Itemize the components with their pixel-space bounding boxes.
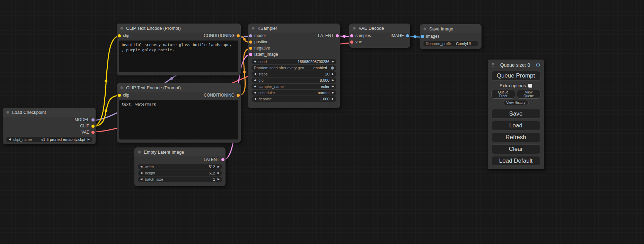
arrow-left-icon[interactable]: ◀ xyxy=(254,84,256,89)
output-port-conditioning[interactable] xyxy=(237,94,240,97)
widget-label: width xyxy=(145,165,154,169)
node-title-bar[interactable]: Empty Latent Image xyxy=(134,147,226,156)
prompt-textarea[interactable]: beautiful scenery nature glass bottle la… xyxy=(119,40,238,72)
arrow-left-icon[interactable]: ◀ xyxy=(254,78,256,83)
node-ksampler[interactable]: KSampler model LATENT positive negative xyxy=(248,24,340,108)
arrow-right-icon[interactable]: ▶ xyxy=(218,164,220,170)
arrow-left-icon[interactable]: ◀ xyxy=(140,170,142,176)
arrow-right-icon[interactable]: ▶ xyxy=(218,177,220,182)
view-history-button[interactable]: View History xyxy=(503,100,528,105)
output-label-conditioning: CONDITIONING xyxy=(204,33,235,38)
output-label-latent: LATENT xyxy=(204,157,219,162)
drag-handle-icon[interactable]: ⠿ xyxy=(491,63,495,68)
refresh-button[interactable]: Refresh xyxy=(491,133,540,142)
collapse-dot-icon[interactable] xyxy=(6,111,9,114)
input-label-images: images xyxy=(426,34,440,39)
view-queue-button[interactable]: View Queue xyxy=(517,90,540,99)
node-empty-latent-image[interactable]: Empty Latent Image LATENT ◀ width 512 ▶ … xyxy=(134,147,226,186)
widget-ckpt-name[interactable]: ◀ ckpt_name v1-5-pruned-emaonly.ckpt ▶ xyxy=(6,137,92,142)
node-title-bar[interactable]: CLIP Text Encode (Prompt) xyxy=(117,83,241,92)
input-port-model[interactable] xyxy=(249,34,252,37)
collapse-dot-icon[interactable] xyxy=(423,27,426,30)
widget-label: denoise xyxy=(258,97,272,101)
save-button[interactable]: Save xyxy=(491,109,540,119)
node-vae-decode[interactable]: VAE Decode samples IMAGE vae xyxy=(349,24,410,48)
input-port-samples[interactable] xyxy=(350,34,353,37)
node-graph-canvas[interactable]: Load Checkpoint MODEL CLIP VAE ◀ ckpt_na… xyxy=(0,0,644,244)
arrow-right-icon[interactable]: ▶ xyxy=(88,137,90,142)
node-clip-text-encode-positive[interactable]: CLIP Text Encode (Prompt) clip CONDITION… xyxy=(117,24,241,75)
widget-value: 20 xyxy=(325,72,329,76)
toggle-on-icon[interactable] xyxy=(331,66,334,70)
load-default-button[interactable]: Load Default xyxy=(491,156,540,166)
output-port-model[interactable] xyxy=(91,118,95,121)
widget-width[interactable]: ◀ width 512 ▶ xyxy=(138,164,222,170)
input-port-positive[interactable] xyxy=(249,40,252,44)
collapse-dot-icon[interactable] xyxy=(120,27,123,30)
arrow-left-icon[interactable]: ◀ xyxy=(254,59,256,64)
arrow-right-icon[interactable]: ▶ xyxy=(332,96,334,102)
widget-random-seed-toggle[interactable]: Random seed after every gen enabled xyxy=(252,65,336,71)
widget-sampler-name[interactable]: ◀ sampler_name euler ▶ xyxy=(252,84,336,89)
input-port-clip[interactable] xyxy=(118,94,121,97)
output-port-vae[interactable] xyxy=(91,131,95,134)
link-midpoint-dot xyxy=(170,77,173,80)
output-port-latent[interactable] xyxy=(221,158,224,161)
input-port-images[interactable] xyxy=(421,35,424,38)
widget-seed[interactable]: ◀ seed 156680208700286 ▶ xyxy=(252,59,336,64)
widget-height[interactable]: ◀ height 512 ▶ xyxy=(138,170,222,176)
arrow-right-icon[interactable]: ▶ xyxy=(332,78,334,83)
widget-cfg[interactable]: ◀ cfg 8.000 ▶ xyxy=(252,78,336,83)
widget-batch-size[interactable]: ◀ batch_size 1 ▶ xyxy=(138,177,222,182)
widget-value: euler xyxy=(321,84,329,89)
arrow-right-icon[interactable]: ▶ xyxy=(218,170,220,176)
output-port-conditioning[interactable] xyxy=(237,34,240,37)
node-title-bar[interactable]: CLIP Text Encode (Prompt) xyxy=(117,24,241,33)
node-load-checkpoint[interactable]: Load Checkpoint MODEL CLIP VAE ◀ ckpt_na… xyxy=(3,108,96,144)
widget-scheduler[interactable]: ◀ scheduler normal ▶ xyxy=(252,90,336,96)
arrow-right-icon[interactable]: ▶ xyxy=(332,71,334,77)
widget-label: sampler_name xyxy=(258,84,284,89)
queue-menu-panel: ⠿ Queue size: 0 ⚙ Queue Prompt Extra opt… xyxy=(488,60,544,169)
prompt-textarea[interactable]: text, watermark xyxy=(119,100,238,139)
load-button[interactable]: Load xyxy=(491,121,540,130)
arrow-right-icon[interactable]: ▶ xyxy=(332,90,334,96)
node-title-bar[interactable]: VAE Decode xyxy=(349,24,410,33)
arrow-right-icon[interactable]: ▶ xyxy=(332,59,334,64)
node-title-bar[interactable]: Save Image xyxy=(420,24,482,33)
collapse-dot-icon[interactable] xyxy=(252,27,255,30)
collapse-dot-icon[interactable] xyxy=(120,86,123,89)
arrow-left-icon[interactable]: ◀ xyxy=(140,164,142,170)
queue-front-button[interactable]: Queue Front xyxy=(491,90,515,99)
node-clip-text-encode-negative[interactable]: CLIP Text Encode (Prompt) clip CONDITION… xyxy=(117,83,241,143)
output-port-clip[interactable] xyxy=(91,125,95,128)
input-port-negative[interactable] xyxy=(249,47,252,50)
queue-prompt-button[interactable]: Queue Prompt xyxy=(491,71,540,81)
collapse-dot-icon[interactable] xyxy=(138,151,141,154)
clear-button[interactable]: Clear xyxy=(491,144,540,154)
widget-denoise[interactable]: ◀ denoise 1.000 ▶ xyxy=(252,96,336,102)
input-port-clip[interactable] xyxy=(118,34,121,37)
input-port-latent-image[interactable] xyxy=(249,53,252,56)
output-port-latent[interactable] xyxy=(336,34,339,37)
arrow-right-icon[interactable]: ▶ xyxy=(332,84,334,89)
node-save-image[interactable]: Save Image images filename_prefix ComfyU… xyxy=(420,24,482,49)
node-title: Empty Latent Image xyxy=(144,150,184,155)
widget-value: 8.000 xyxy=(320,78,329,82)
widget-label: Random seed after every gen xyxy=(254,66,304,70)
arrow-left-icon[interactable]: ◀ xyxy=(254,71,256,77)
arrow-left-icon[interactable]: ◀ xyxy=(254,90,256,96)
node-title-bar[interactable]: Load Checkpoint xyxy=(3,108,96,117)
input-port-vae[interactable] xyxy=(350,40,353,44)
arrow-left-icon[interactable]: ◀ xyxy=(254,96,256,102)
widget-filename-prefix[interactable]: filename_prefix ComfyUI xyxy=(423,41,478,46)
settings-gear-icon[interactable]: ⚙ xyxy=(536,62,540,68)
widget-steps[interactable]: ◀ steps 20 ▶ xyxy=(252,71,336,77)
arrow-left-icon[interactable]: ◀ xyxy=(140,177,142,182)
output-port-image[interactable] xyxy=(406,34,409,37)
widget-label: cfg xyxy=(258,78,264,82)
node-title-bar[interactable]: KSampler xyxy=(248,24,340,33)
arrow-left-icon[interactable]: ◀ xyxy=(9,137,11,142)
collapse-dot-icon[interactable] xyxy=(353,27,356,30)
extra-options-checkbox[interactable] xyxy=(528,84,532,88)
